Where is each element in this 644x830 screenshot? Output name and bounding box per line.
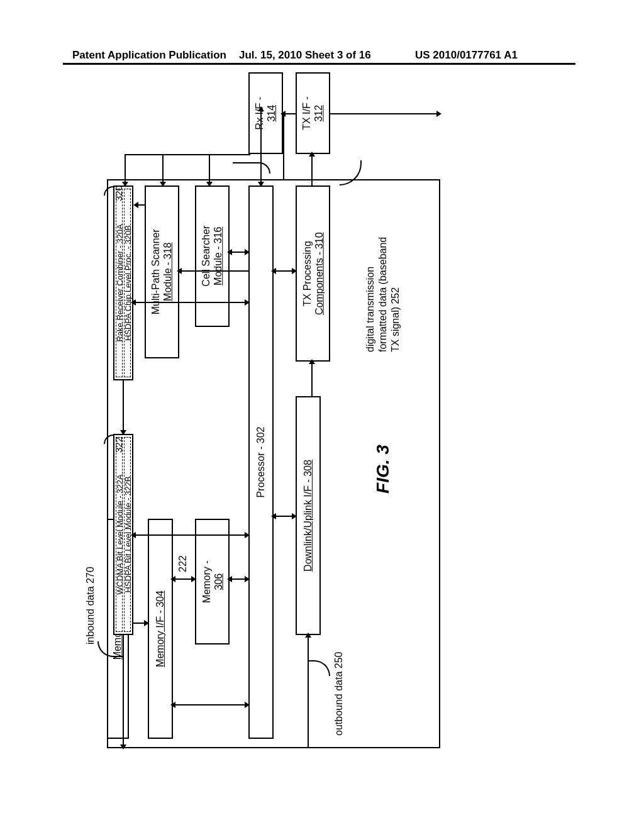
cell-searcher-316: Cell SearcherModule - 316 [195,185,230,327]
processor-302: Processor - 302 [248,185,274,739]
header-center: Jul. 15, 2010 Sheet 3 of 16 [239,49,371,62]
downlink-uplink-308: Downlink/Uplink I/F - 308 [296,396,321,635]
digital-tx-l1: digital transmission [365,267,376,352]
hsdpa-chip-320b: HSDPA Chip Level Proc. - 320B [124,189,131,377]
digital-tx-l3: TX signal) 252 [390,287,401,352]
rx-if-314: Rx I/F -314 [248,72,283,154]
tx-processing-310: TX ProcessingComponents - 310 [296,185,330,362]
outbound-data-label: outbound data 250 [333,652,345,736]
rake-320a: Rake Receiver Combiner - 320A [116,189,123,377]
header-right: US 2010/0177761 A1 [415,49,518,62]
curve-rx [233,162,270,174]
ref-322: 322 [113,437,124,453]
memory-306: Memory -306 [195,519,230,645]
header-left: Patent Application Publication [72,49,226,62]
digital-tx-l2: formatted data (baseband [377,237,389,352]
header-divider [63,63,575,65]
ref-320: 320 [113,185,124,201]
tx-if-312: TX I/F -312 [296,72,330,154]
ref-222-label: 222 [177,555,189,572]
wcdma-322a: WCDMA Bit Level Module - 322A [116,437,123,632]
hsdpa-bit-322b: HSDPA Bit Level Module - 322B [124,437,131,632]
inbound-data-label: inbound data 270 [85,567,96,645]
memory-if-304: Memory I/F - 304 [148,519,173,739]
fig-label: FIG. 3 [373,445,393,494]
multipath-318: Multi-Path ScannerModule - 318 [145,185,179,358]
